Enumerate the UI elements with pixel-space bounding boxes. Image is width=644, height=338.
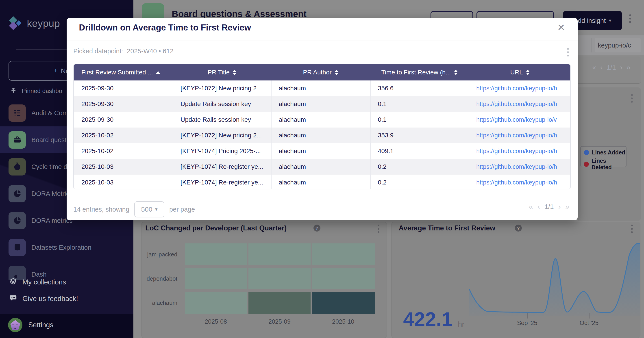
brand-name: keypup (27, 18, 60, 29)
database-icon (8, 239, 26, 256)
heatmap-title: LoC Changed per Developer (Last Quarter) (145, 224, 286, 232)
cell-url-link[interactable]: https://github.com/keypup-io/h (469, 80, 571, 96)
page-size-select[interactable]: 500 ▾ (134, 201, 164, 217)
pie-chart-icon (8, 212, 26, 229)
briefcase-icon (8, 131, 26, 149)
picked-datapoint-value: 2025-W40 • 612 (127, 47, 173, 55)
lines-added-dot (584, 150, 589, 155)
help-icon[interactable]: ? (515, 225, 522, 232)
heatmap-cell[interactable] (185, 268, 247, 289)
modal-kebab-icon[interactable] (567, 48, 569, 56)
cell-url-link[interactable]: https://github.com/keypup-io/h (469, 175, 571, 189)
first-page-icon[interactable]: « (592, 63, 596, 71)
cell-url-link[interactable]: https://github.com/keypup-io/h (469, 143, 571, 159)
last-page-icon[interactable]: » (626, 63, 630, 71)
heatmap-col-label: 2025-10 (312, 318, 374, 325)
cell-url-link[interactable]: https://github.com/keypup-io/h (469, 96, 571, 112)
cell-author: alachaum (271, 143, 370, 159)
table-row[interactable]: 2025-10-03 [KEYP-1074] Re-register ye...… (74, 159, 571, 175)
column-divider (469, 80, 469, 189)
headline-metric-unit: hr (458, 320, 464, 329)
card-kebab-icon[interactable] (631, 225, 633, 233)
line-chart[interactable] (466, 238, 640, 327)
legend-item: Lines Added (584, 149, 626, 156)
column-header-pr-author[interactable]: PR Author (271, 64, 370, 80)
cell-title: Update Rails session key (173, 112, 271, 128)
sidebar-item-label: Dash (32, 271, 47, 278)
toolbar-kebab-icon[interactable] (629, 14, 631, 23)
repo-filter-chip[interactable]: keypup-io/c (595, 38, 641, 52)
prev-page-icon[interactable]: ‹ (538, 202, 540, 211)
prev-page-icon[interactable]: ‹ (600, 63, 602, 71)
entries-count-label: 14 entries, showing (73, 206, 130, 213)
sidebar-item-my-collections[interactable]: My collections (10, 278, 66, 287)
sidebar-item-feedback[interactable]: Give us feedback! (10, 294, 78, 304)
card-kebab-icon[interactable] (631, 94, 633, 103)
table-row[interactable]: 2025-10-03 [KEYP-1074] Re-register ye...… (74, 175, 571, 189)
first-page-icon[interactable]: « (529, 202, 533, 211)
heatmap-cell[interactable] (248, 292, 310, 314)
cell-author: alachaum (271, 112, 370, 128)
card-kebab-icon[interactable] (378, 225, 380, 233)
column-label: First Review Submitted ... (82, 69, 153, 76)
table-header: First Review Submitted ... PR Title PR A… (74, 64, 571, 80)
page-title: Board questions & Assessment (172, 9, 306, 19)
cell-date: 2025-10-03 (74, 175, 173, 189)
cell-title: [KEYP-1072] New pricing 2... (173, 128, 271, 143)
heatmap-cell[interactable] (185, 292, 247, 314)
sidebar-item-label: Audit & Com (32, 109, 68, 117)
column-divider (271, 80, 272, 189)
lines-deleted-dot (584, 162, 589, 167)
column-label: URL (510, 69, 523, 76)
page-indicator: 1/1 (544, 203, 554, 210)
close-icon[interactable]: ✕ (557, 22, 565, 33)
line-chart-title: Average Time to First Review (399, 224, 495, 232)
heatmap-cell[interactable] (312, 243, 375, 265)
next-page-icon[interactable]: › (620, 63, 622, 71)
column-header-time-to-review[interactable]: Time to First Review (h... (370, 64, 469, 80)
cell-author: alachaum (271, 159, 370, 175)
column-divider (370, 80, 371, 189)
next-page-icon[interactable]: › (558, 202, 561, 211)
pinned-dashboards-header[interactable]: Pinned dashbo (10, 87, 62, 95)
sidebar-item-settings[interactable]: Settings (8, 318, 53, 332)
brand-logo[interactable]: keypup (8, 16, 60, 31)
pie-chart-icon (8, 185, 26, 202)
sort-icon (233, 70, 236, 75)
column-header-pr-title[interactable]: PR Title (173, 64, 271, 80)
cell-date: 2025-09-30 (74, 80, 173, 96)
heatmap-row-label: jam-packed (132, 251, 177, 258)
cell-date: 2025-10-02 (74, 128, 173, 143)
column-header-first-review[interactable]: First Review Submitted ... (74, 64, 173, 80)
heatmap-cell[interactable] (312, 268, 375, 289)
cell-url-link[interactable]: https://github.com/keypup-io/h (469, 159, 571, 175)
layers-icon (10, 278, 17, 287)
table-row[interactable]: 2025-10-02 [KEYP-1072] New pricing 2... … (74, 128, 571, 143)
cell-url-link[interactable]: https://github.com/keypup-io/h (469, 128, 571, 143)
cell-title: [KEYP-1074] Re-register ye... (173, 159, 271, 175)
page-size-value: 500 (141, 206, 152, 213)
x-tick (527, 313, 528, 319)
add-insight-label: Add insight (574, 17, 606, 24)
settings-label: Settings (28, 321, 53, 329)
sidebar-item-label: Cycle time d (32, 163, 67, 171)
column-label: Time to First Review (h... (381, 69, 451, 76)
last-page-icon[interactable]: » (565, 202, 570, 211)
column-header-url[interactable]: URL (469, 64, 571, 80)
table-row[interactable]: 2025-09-30 Update Rails session key alac… (74, 112, 571, 128)
screen: keypup + New d Pinned dashbo (0, 0, 644, 338)
heatmap-cell[interactable] (312, 292, 375, 314)
cell-url-link[interactable]: https://github.com/keypup-io/v (469, 112, 571, 128)
table-row[interactable]: 2025-10-02 [KEYP-1074] Pricing 2025-... … (74, 143, 571, 159)
drilldown-modal: Drilldown on Average Time to First Revie… (66, 18, 578, 220)
heatmap-cell[interactable] (248, 243, 310, 265)
sidebar-item-datasets-exploration[interactable]: Datasets Exploration (0, 234, 134, 261)
table-row[interactable]: 2025-09-30 Update Rails session key alac… (74, 96, 571, 112)
cell-title: [KEYP-1074] Re-register ye... (173, 175, 271, 189)
page-indicator: 1/1 (606, 64, 616, 71)
help-icon[interactable]: ? (314, 225, 320, 232)
heatmap-cell[interactable] (185, 243, 247, 265)
heatmap-cell[interactable] (248, 268, 310, 289)
pin-icon (10, 87, 17, 95)
table-row[interactable]: 2025-09-30 [KEYP-1072] New pricing 2... … (74, 80, 571, 96)
